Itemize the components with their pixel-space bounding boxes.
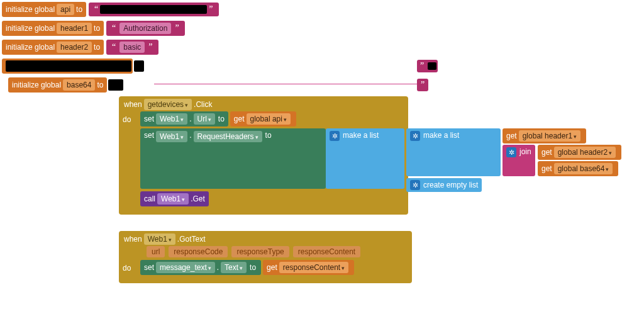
component-dropdown[interactable]: Web1▾ — [156, 113, 187, 125]
literal-value: basic — [119, 42, 145, 53]
literal-value: Authorization — [119, 23, 171, 34]
string-literal[interactable]: “ basic ” — [106, 40, 158, 55]
prop-dropdown[interactable]: Url▾ — [194, 113, 215, 125]
string-tail: ” — [417, 60, 438, 72]
event-name: .GotText — [177, 235, 206, 244]
init-label: initialize global — [12, 81, 61, 89]
var-name-base64[interactable]: base64 — [63, 79, 95, 91]
component-dropdown[interactable]: getdevices▾ — [144, 99, 192, 110]
init-global-block[interactable] — [2, 59, 133, 74]
global-header1-row: initialize global header1 to “ Authoriza… — [2, 21, 642, 36]
event-params: url responseCode responseType responseCo… — [119, 246, 412, 260]
event-name: .Click — [194, 100, 212, 109]
do-label: do — [119, 260, 140, 275]
var-dropdown[interactable]: global header1▾ — [519, 130, 580, 142]
create-empty-list-block[interactable]: ✲ create empty list — [406, 178, 482, 192]
set-headers-block[interactable]: set Web1▾ . RequestHeaders▾ to — [140, 128, 326, 189]
make-a-list-block[interactable]: ✲ make a list — [406, 128, 501, 176]
get-var-block[interactable]: get responseContent▾ — [263, 260, 354, 275]
event-getdevices-click[interactable]: when getdevices▾ .Click do set Web1▾ . U… — [119, 96, 408, 215]
init-label: initialize global — [6, 24, 55, 33]
global-header2-row: initialize global header2 to “ basic ” — [2, 40, 642, 55]
redacted-tail — [108, 79, 123, 91]
do-label: do — [119, 111, 140, 126]
when-label: when — [124, 235, 142, 244]
param-url: url — [147, 246, 165, 257]
component-dropdown[interactable]: Web1▾ — [156, 131, 187, 142]
param-responseCode: responseCode — [169, 246, 228, 257]
to-label: to — [76, 5, 82, 14]
init-global-block[interactable]: initialize global base64 to — [8, 77, 107, 93]
global-base64-row: initialize global base64 to ” — [8, 77, 642, 93]
get-var-block[interactable]: get global header2▾ — [538, 145, 621, 160]
init-global-block[interactable]: initialize global api to — [2, 2, 86, 17]
var-dropdown[interactable]: responseContent▾ — [279, 262, 348, 273]
get-var-block[interactable]: get global base64▾ — [538, 161, 618, 176]
string-tail: ” — [417, 79, 428, 91]
init-label: initialize global — [6, 5, 55, 14]
to-label: to — [94, 24, 100, 33]
component-dropdown[interactable]: Web1▾ — [144, 233, 175, 245]
set-prop-block[interactable]: set Web1▾ . Url▾ to — [140, 111, 228, 126]
component-dropdown[interactable]: Web1▾ — [157, 193, 189, 205]
gear-icon[interactable]: ✲ — [410, 180, 420, 190]
get-var-block[interactable]: get global api▾ — [230, 111, 296, 126]
init-label: initialize global — [6, 43, 55, 52]
string-underline — [154, 84, 417, 84]
event-web1-gottext[interactable]: when Web1▾ .GotText url responseCode res… — [119, 231, 412, 283]
to-label: to — [94, 43, 100, 52]
string-literal[interactable]: “ Authorization ” — [106, 21, 184, 36]
redacted-value — [100, 5, 207, 14]
open-quote: “ — [92, 4, 100, 14]
var-name-api[interactable]: api — [57, 4, 74, 15]
join-block[interactable]: ✲ join — [502, 145, 535, 176]
open-quote: “ — [110, 23, 118, 33]
var-name-header2[interactable]: header2 — [57, 42, 92, 53]
method-name: .Get — [191, 194, 205, 203]
param-responseContent: responseContent — [293, 246, 360, 257]
global-api-row: initialize global api to “ ” — [2, 2, 642, 17]
call-method-block[interactable]: call Web1▾ .Get — [140, 191, 209, 206]
open-quote: “ — [110, 42, 118, 52]
close-quote: ” — [173, 23, 180, 33]
redacted-extra — [134, 60, 144, 72]
component-dropdown[interactable]: message_text▾ — [156, 262, 215, 273]
string-literal[interactable]: “ ” — [89, 3, 218, 16]
param-responseType: responseType — [231, 246, 289, 257]
var-dropdown[interactable]: global base64▾ — [554, 163, 613, 174]
close-quote: ” — [147, 42, 154, 52]
var-dropdown[interactable]: global header2▾ — [554, 147, 616, 158]
var-name-header1[interactable]: header1 — [57, 23, 92, 34]
global-redacted-row: ” — [2, 59, 642, 74]
set-prop-block[interactable]: set message_text▾ . Text▾ to — [140, 260, 261, 275]
var-dropdown[interactable]: global api▾ — [247, 113, 291, 125]
gear-icon[interactable]: ✲ — [506, 147, 516, 157]
redacted-block — [6, 60, 131, 72]
make-a-list-block[interactable]: ✲ make a list — [326, 128, 404, 189]
when-label: when — [124, 100, 142, 109]
prop-dropdown[interactable]: RequestHeaders▾ — [194, 131, 262, 142]
get-var-block[interactable]: get global header1▾ — [502, 128, 586, 143]
to-label: to — [97, 81, 103, 89]
prop-dropdown[interactable]: Text▾ — [221, 262, 247, 273]
gear-icon[interactable]: ✲ — [410, 131, 420, 141]
gear-icon[interactable]: ✲ — [330, 131, 340, 141]
close-quote: ” — [207, 4, 214, 14]
init-global-block[interactable]: initialize global header2 to — [2, 40, 104, 55]
init-global-block[interactable]: initialize global header1 to — [2, 21, 104, 36]
